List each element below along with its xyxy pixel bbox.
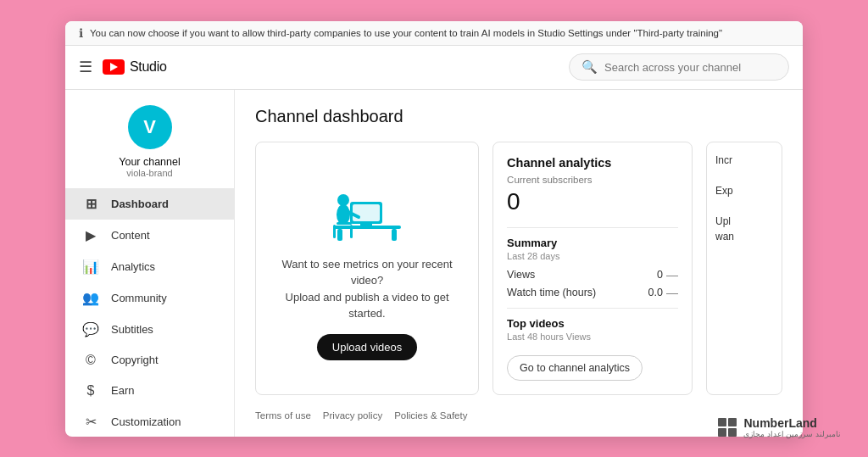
watermark-cell-2 xyxy=(728,418,737,426)
sidebar-item-dashboard[interactable]: ⊞ Dashboard xyxy=(65,188,234,220)
privacy-policy-link[interactable]: Privacy policy xyxy=(323,410,382,421)
content-area: Channel dashboard xyxy=(235,90,803,437)
sidebar-item-earn[interactable]: $ Earn xyxy=(65,376,234,406)
copyright-icon: © xyxy=(82,353,99,368)
svg-point-7 xyxy=(337,204,350,225)
nav-label-customization: Customization xyxy=(111,415,181,428)
analytics-card: Channel analytics Current subscribers 0 … xyxy=(492,142,693,395)
divider-1 xyxy=(507,227,678,228)
watermark-brand-info: NumberLand نامبرلند سرزمین اعداد مجازی xyxy=(743,416,841,438)
dashboard-icon: ⊞ xyxy=(82,196,99,212)
sidebar-item-content[interactable]: ▶ Content xyxy=(65,220,234,251)
right-card-text: Incr Exp Upl wan xyxy=(715,153,773,244)
nav-label-dashboard: Dashboard xyxy=(111,198,169,210)
watermark-sub-text: نامبرلند سرزمین اعداد مجازی xyxy=(743,430,841,438)
info-icon: ℹ xyxy=(79,26,83,40)
nav-label-content: Content xyxy=(111,229,150,242)
watch-time-label: Watch time (hours) xyxy=(507,287,596,298)
notification-text: You can now choose if you want to allow … xyxy=(90,28,722,38)
sidebar-item-community[interactable]: 👥 Community xyxy=(65,282,234,314)
divider-2 xyxy=(507,308,678,309)
terms-of-use-link[interactable]: Terms of use xyxy=(255,410,311,421)
svg-rect-10 xyxy=(337,222,352,225)
policies-safety-link[interactable]: Policies & Safety xyxy=(394,410,467,421)
nav-label-subtitles: Subtitles xyxy=(111,323,153,336)
nav-label-earn: Earn xyxy=(111,384,134,397)
watermark: NumberLand نامبرلند سرزمین اعداد مجازی xyxy=(718,416,841,438)
sidebar-item-copyright[interactable]: © Copyright xyxy=(65,345,234,376)
studio-text: Studio xyxy=(130,59,167,75)
watermark-brand-name: NumberLand xyxy=(743,416,841,430)
watermark-cell-4 xyxy=(728,428,737,437)
sidebar-item-analytics[interactable]: 📊 Analytics xyxy=(65,251,234,282)
svg-rect-12 xyxy=(350,225,353,238)
sidebar: V Your channel viola-brand ⊞ Dashboard ▶… xyxy=(65,90,235,437)
search-bar[interactable]: 🔍 xyxy=(569,53,789,81)
sidebar-item-customization[interactable]: ✂ Customization xyxy=(65,406,234,437)
views-dash: — xyxy=(666,268,678,281)
nav-label-copyright: Copyright xyxy=(111,354,159,366)
views-row: Views 0 — xyxy=(507,268,678,281)
top-videos-title: Top videos xyxy=(507,317,678,330)
watermark-cell-3 xyxy=(718,428,726,437)
main-window: ℹ You can now choose if you want to allo… xyxy=(65,21,803,437)
top-videos-period: Last 48 hours Views xyxy=(507,332,678,342)
upload-illustration xyxy=(325,176,409,244)
logo: Studio xyxy=(103,59,167,75)
analytics-icon: 📊 xyxy=(82,259,99,275)
main-layout: V Your channel viola-brand ⊞ Dashboard ▶… xyxy=(65,90,803,437)
youtube-logo-icon xyxy=(103,59,125,75)
svg-point-8 xyxy=(337,194,349,206)
watch-time-row: Watch time (hours) 0.0 — xyxy=(507,286,678,299)
dashboard-grid: Want to see metrics on your recent video… xyxy=(255,142,782,395)
earn-icon: $ xyxy=(82,383,99,398)
sidebar-item-subtitles[interactable]: 💬 Subtitles xyxy=(65,314,234,345)
subtitles-icon: 💬 xyxy=(82,321,99,337)
content-icon: ▶ xyxy=(82,227,99,243)
analytics-card-title: Channel analytics xyxy=(507,156,678,170)
header: ☰ Studio 🔍 xyxy=(65,46,803,90)
right-card: Incr Exp Upl wan xyxy=(706,142,782,395)
subscriber-count: 0 xyxy=(507,188,678,215)
svg-rect-1 xyxy=(337,229,342,241)
search-input[interactable] xyxy=(604,61,776,74)
channel-name: Your channel xyxy=(119,156,181,168)
watch-time-dash: — xyxy=(666,286,678,299)
nav-label-analytics: Analytics xyxy=(111,260,155,273)
svg-rect-4 xyxy=(353,204,380,221)
upload-card: Want to see metrics on your recent video… xyxy=(255,142,479,395)
svg-rect-2 xyxy=(392,229,397,241)
channel-handle: viola-brand xyxy=(126,168,172,178)
watch-time-value: 0.0 xyxy=(648,287,663,298)
nav-label-community: Community xyxy=(111,292,167,304)
views-value-group: 0 — xyxy=(657,268,678,281)
watermark-logo-icon xyxy=(718,418,737,437)
views-value: 0 xyxy=(657,269,663,281)
upload-videos-button[interactable]: Upload videos xyxy=(317,334,417,360)
footer-links: Terms of use Privacy policy Policies & S… xyxy=(255,410,782,421)
summary-title: Summary xyxy=(507,237,678,249)
upload-instruction-text: Want to see metrics on your recent video… xyxy=(273,256,461,322)
watermark-cell-1 xyxy=(718,418,726,426)
customization-icon: ✂ xyxy=(82,414,99,430)
summary-period: Last 28 days xyxy=(507,251,678,261)
notification-bar: ℹ You can now choose if you want to allo… xyxy=(65,21,803,46)
views-label: Views xyxy=(507,269,535,281)
search-icon: 🔍 xyxy=(581,59,598,75)
go-to-analytics-button[interactable]: Go to channel analytics xyxy=(507,355,643,381)
svg-rect-6 xyxy=(355,226,377,227)
watch-time-value-group: 0.0 — xyxy=(648,286,678,299)
subscribers-label: Current subscribers xyxy=(507,175,678,185)
avatar: V xyxy=(128,105,172,149)
hamburger-menu[interactable]: ☰ xyxy=(79,58,92,76)
page-title: Channel dashboard xyxy=(255,107,782,126)
channel-info: V Your channel viola-brand xyxy=(65,90,234,188)
community-icon: 👥 xyxy=(82,290,99,306)
svg-rect-11 xyxy=(333,225,336,238)
